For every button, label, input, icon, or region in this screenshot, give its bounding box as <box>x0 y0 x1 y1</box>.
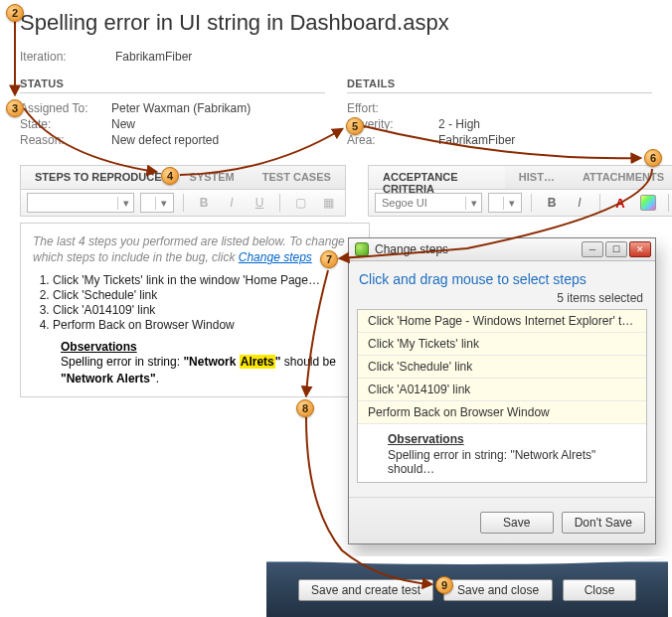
obs-correct: "Network Alerts" <box>61 372 156 386</box>
italic-button[interactable]: I <box>221 193 243 213</box>
obs-text: "Network <box>183 355 239 369</box>
italic-button[interactable]: I <box>569 193 590 213</box>
save-and-close-button[interactable]: Save and close <box>443 579 553 601</box>
font-dropdown-right[interactable]: Segoe UI ▾ <box>375 193 482 213</box>
state-value: New <box>111 117 135 131</box>
step-item[interactable]: Click 'Home Page - Windows Internet Expl… <box>358 310 646 333</box>
maximize-button[interactable]: ☐ <box>605 241 627 257</box>
dialog-hint: Click and drag mouse to select steps <box>349 261 655 291</box>
repro-step-list: Click 'My Tickets' link in the window 'H… <box>53 273 357 332</box>
minimize-button[interactable]: ─ <box>582 241 603 257</box>
chevron-down-icon: ▾ <box>503 197 519 210</box>
font-color-icon[interactable]: A <box>609 193 631 213</box>
repro-step: Click 'A014109' link <box>53 303 357 317</box>
callout-9: 9 <box>435 576 453 594</box>
assigned-to-value: Peter Waxman (Fabrikam) <box>111 101 251 115</box>
repro-step: Perform Back on Browser Window <box>53 318 357 332</box>
details-heading: DETAILS <box>347 77 652 93</box>
tab-attachments[interactable]: ATTACHMENTS <box>569 166 672 189</box>
change-steps-link[interactable]: Change steps <box>239 250 312 264</box>
change-steps-dialog: Change steps ─ ☐ ✕ Click and drag mouse … <box>348 237 656 544</box>
selected-count: 5 items selected <box>349 291 655 309</box>
reason-value: New defect reported <box>111 133 219 147</box>
font-dropdown-left[interactable]: ▾ <box>27 193 134 213</box>
callout-7: 7 <box>320 250 338 268</box>
dialog-title-text: Change steps <box>375 242 448 256</box>
step-item[interactable]: Click 'Schedule' link <box>358 356 646 379</box>
callout-5: 5 <box>346 117 364 135</box>
chevron-down-icon: ▾ <box>117 197 133 210</box>
size-dropdown-left[interactable]: ▾ <box>140 193 174 213</box>
obs-highlight: Alrets <box>240 355 275 369</box>
save-and-create-test-button[interactable]: Save and create test <box>298 579 433 601</box>
callout-3: 3 <box>6 99 24 117</box>
chevron-down-icon: ▾ <box>465 197 481 210</box>
image-icon[interactable]: ▢ <box>289 193 311 213</box>
size-dropdown-right[interactable]: ▾ <box>488 193 522 213</box>
severity-value: 2 - High <box>438 117 480 131</box>
callout-4: 4 <box>161 167 179 185</box>
effort-label: Effort: <box>347 101 438 115</box>
right-tabs: ACCEPTANCE CRITERIA HIST… ATTACHMENTS <box>368 165 672 189</box>
observations-heading: Observations <box>388 432 636 446</box>
area-label: Area: <box>347 133 438 147</box>
bottom-action-bar: Save and create test Save and close Clos… <box>266 561 668 617</box>
obs-text: Spelling error in string: <box>61 355 183 369</box>
dialog-icon <box>355 242 369 256</box>
bold-button[interactable]: B <box>541 193 563 213</box>
page-title: Spelling error in UI string in Dashboard… <box>20 10 652 36</box>
repro-hint: The last 4 steps you performed are liste… <box>33 233 357 265</box>
status-heading: STATUS <box>20 77 325 93</box>
font-dropdown-text: Segoe UI <box>376 197 465 209</box>
bold-button[interactable]: B <box>193 193 215 213</box>
tab-system[interactable]: SYSTEM <box>176 166 249 189</box>
left-tabs: STEPS TO REPRODUCE SYSTEM TEST CASES <box>20 165 346 189</box>
chevron-down-icon: ▾ <box>155 197 171 210</box>
step-item[interactable]: Perform Back on Browser Window <box>358 401 646 424</box>
step-item-observations[interactable]: Observations Spelling error in string: "… <box>358 424 646 482</box>
attach-icon[interactable]: ▦ <box>317 193 339 213</box>
iteration-value: FabrikamFiber <box>115 50 192 64</box>
tab-acceptance-criteria[interactable]: ACCEPTANCE CRITERIA <box>369 166 505 189</box>
state-label: State: <box>20 117 111 131</box>
observations-body: Spelling error in string: "Network Alret… <box>61 354 357 386</box>
tab-steps-to-reproduce[interactable]: STEPS TO REPRODUCE <box>21 166 176 189</box>
close-button-bottom[interactable]: Close <box>563 579 636 601</box>
callout-6: 6 <box>644 149 662 167</box>
area-value: FabrikamFiber <box>438 133 515 147</box>
tab-history[interactable]: HIST… <box>505 166 569 189</box>
tab-test-cases[interactable]: TEST CASES <box>249 166 345 189</box>
dialog-buttons: Save Don't Save <box>349 497 655 543</box>
callout-2: 2 <box>6 4 24 22</box>
close-button[interactable]: ✕ <box>629 241 651 257</box>
highlight-color-icon[interactable] <box>637 193 659 213</box>
repro-step: Click 'My Tickets' link in the window 'H… <box>53 273 357 287</box>
observations-body: Spelling error in string: "Network Alret… <box>388 448 636 476</box>
observations-heading: Observations <box>61 340 357 354</box>
reason-label: Reason: <box>20 133 111 147</box>
assigned-to-label: Assigned To: <box>20 101 111 115</box>
repro-step: Click 'Schedule' link <box>53 288 357 302</box>
iteration-row: Iteration: FabrikamFiber <box>20 50 652 64</box>
left-toolbar: ▾ ▾ B I U ▢ ▦ <box>20 189 346 217</box>
obs-text: . <box>156 372 159 386</box>
dont-save-button[interactable]: Don't Save <box>562 512 645 534</box>
step-item[interactable]: Click 'A014109' link <box>358 379 646 401</box>
iteration-label: Iteration: <box>20 50 91 64</box>
save-button[interactable]: Save <box>480 512 554 534</box>
step-item[interactable]: Click 'My Tickets' link <box>358 333 646 356</box>
callout-8: 8 <box>296 399 314 417</box>
steps-list: Click 'Home Page - Windows Internet Expl… <box>357 309 647 483</box>
underline-button[interactable]: U <box>249 193 270 213</box>
steps-to-reproduce-box: The last 4 steps you performed are liste… <box>20 223 370 397</box>
obs-text: should be <box>280 355 335 369</box>
dialog-titlebar[interactable]: Change steps ─ ☐ ✕ <box>349 238 655 261</box>
